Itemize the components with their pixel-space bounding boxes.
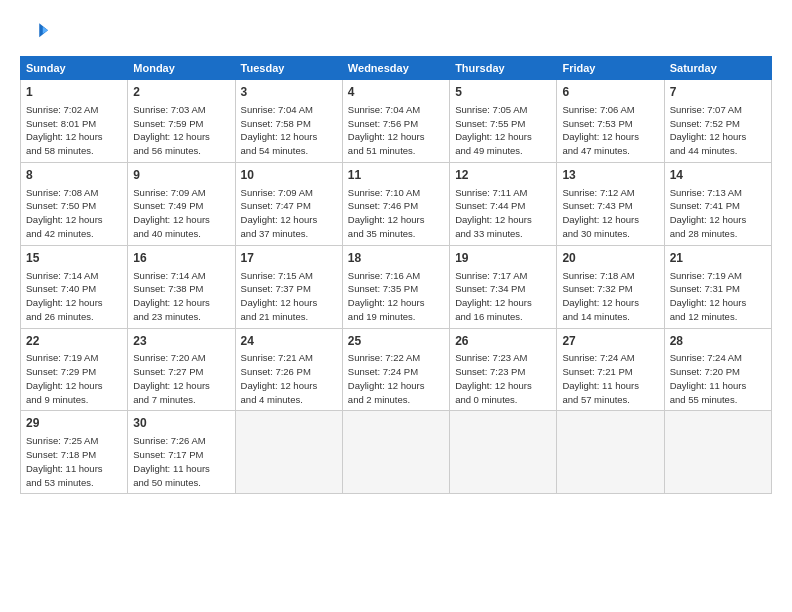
day-info: Sunrise: 7:12 AM Sunset: 7:43 PM Dayligh… [562, 186, 658, 241]
day-cell: 7Sunrise: 7:07 AM Sunset: 7:52 PM Daylig… [664, 80, 771, 163]
day-cell: 27Sunrise: 7:24 AM Sunset: 7:21 PM Dayli… [557, 328, 664, 411]
day-cell [557, 411, 664, 494]
day-number: 10 [241, 167, 337, 184]
day-info: Sunrise: 7:09 AM Sunset: 7:47 PM Dayligh… [241, 186, 337, 241]
day-info: Sunrise: 7:02 AM Sunset: 8:01 PM Dayligh… [26, 103, 122, 158]
day-number: 27 [562, 333, 658, 350]
logo-icon [20, 18, 48, 46]
day-cell: 4Sunrise: 7:04 AM Sunset: 7:56 PM Daylig… [342, 80, 449, 163]
day-cell: 11Sunrise: 7:10 AM Sunset: 7:46 PM Dayli… [342, 162, 449, 245]
day-number: 23 [133, 333, 229, 350]
day-info: Sunrise: 7:16 AM Sunset: 7:35 PM Dayligh… [348, 269, 444, 324]
day-info: Sunrise: 7:19 AM Sunset: 7:29 PM Dayligh… [26, 351, 122, 406]
day-cell: 15Sunrise: 7:14 AM Sunset: 7:40 PM Dayli… [21, 245, 128, 328]
col-header-tuesday: Tuesday [235, 57, 342, 80]
day-info: Sunrise: 7:22 AM Sunset: 7:24 PM Dayligh… [348, 351, 444, 406]
day-info: Sunrise: 7:05 AM Sunset: 7:55 PM Dayligh… [455, 103, 551, 158]
day-cell: 26Sunrise: 7:23 AM Sunset: 7:23 PM Dayli… [450, 328, 557, 411]
day-number: 29 [26, 415, 122, 432]
day-info: Sunrise: 7:21 AM Sunset: 7:26 PM Dayligh… [241, 351, 337, 406]
day-cell: 25Sunrise: 7:22 AM Sunset: 7:24 PM Dayli… [342, 328, 449, 411]
day-number: 8 [26, 167, 122, 184]
col-header-wednesday: Wednesday [342, 57, 449, 80]
col-header-saturday: Saturday [664, 57, 771, 80]
day-info: Sunrise: 7:19 AM Sunset: 7:31 PM Dayligh… [670, 269, 766, 324]
week-row-4: 22Sunrise: 7:19 AM Sunset: 7:29 PM Dayli… [21, 328, 772, 411]
day-cell: 5Sunrise: 7:05 AM Sunset: 7:55 PM Daylig… [450, 80, 557, 163]
day-cell: 29Sunrise: 7:25 AM Sunset: 7:18 PM Dayli… [21, 411, 128, 494]
day-cell [342, 411, 449, 494]
day-info: Sunrise: 7:08 AM Sunset: 7:50 PM Dayligh… [26, 186, 122, 241]
day-cell: 21Sunrise: 7:19 AM Sunset: 7:31 PM Dayli… [664, 245, 771, 328]
day-cell: 8Sunrise: 7:08 AM Sunset: 7:50 PM Daylig… [21, 162, 128, 245]
day-cell: 1Sunrise: 7:02 AM Sunset: 8:01 PM Daylig… [21, 80, 128, 163]
week-row-2: 8Sunrise: 7:08 AM Sunset: 7:50 PM Daylig… [21, 162, 772, 245]
day-number: 2 [133, 84, 229, 101]
day-info: Sunrise: 7:14 AM Sunset: 7:38 PM Dayligh… [133, 269, 229, 324]
day-cell: 18Sunrise: 7:16 AM Sunset: 7:35 PM Dayli… [342, 245, 449, 328]
day-cell: 9Sunrise: 7:09 AM Sunset: 7:49 PM Daylig… [128, 162, 235, 245]
day-cell: 2Sunrise: 7:03 AM Sunset: 7:59 PM Daylig… [128, 80, 235, 163]
day-cell: 17Sunrise: 7:15 AM Sunset: 7:37 PM Dayli… [235, 245, 342, 328]
day-info: Sunrise: 7:26 AM Sunset: 7:17 PM Dayligh… [133, 434, 229, 489]
day-number: 19 [455, 250, 551, 267]
day-number: 30 [133, 415, 229, 432]
day-info: Sunrise: 7:04 AM Sunset: 7:56 PM Dayligh… [348, 103, 444, 158]
col-header-sunday: Sunday [21, 57, 128, 80]
day-cell: 13Sunrise: 7:12 AM Sunset: 7:43 PM Dayli… [557, 162, 664, 245]
day-info: Sunrise: 7:11 AM Sunset: 7:44 PM Dayligh… [455, 186, 551, 241]
week-row-1: 1Sunrise: 7:02 AM Sunset: 8:01 PM Daylig… [21, 80, 772, 163]
col-header-thursday: Thursday [450, 57, 557, 80]
day-number: 13 [562, 167, 658, 184]
day-cell: 22Sunrise: 7:19 AM Sunset: 7:29 PM Dayli… [21, 328, 128, 411]
day-info: Sunrise: 7:07 AM Sunset: 7:52 PM Dayligh… [670, 103, 766, 158]
day-number: 14 [670, 167, 766, 184]
day-info: Sunrise: 7:10 AM Sunset: 7:46 PM Dayligh… [348, 186, 444, 241]
day-cell: 30Sunrise: 7:26 AM Sunset: 7:17 PM Dayli… [128, 411, 235, 494]
day-cell: 16Sunrise: 7:14 AM Sunset: 7:38 PM Dayli… [128, 245, 235, 328]
header-area [20, 18, 772, 46]
logo [20, 18, 54, 46]
day-cell [450, 411, 557, 494]
day-info: Sunrise: 7:03 AM Sunset: 7:59 PM Dayligh… [133, 103, 229, 158]
day-cell: 6Sunrise: 7:06 AM Sunset: 7:53 PM Daylig… [557, 80, 664, 163]
col-header-friday: Friday [557, 57, 664, 80]
day-number: 26 [455, 333, 551, 350]
day-number: 20 [562, 250, 658, 267]
day-number: 1 [26, 84, 122, 101]
day-number: 11 [348, 167, 444, 184]
col-header-monday: Monday [128, 57, 235, 80]
day-number: 5 [455, 84, 551, 101]
day-info: Sunrise: 7:24 AM Sunset: 7:20 PM Dayligh… [670, 351, 766, 406]
day-cell: 14Sunrise: 7:13 AM Sunset: 7:41 PM Dayli… [664, 162, 771, 245]
day-number: 4 [348, 84, 444, 101]
day-number: 28 [670, 333, 766, 350]
day-info: Sunrise: 7:04 AM Sunset: 7:58 PM Dayligh… [241, 103, 337, 158]
day-info: Sunrise: 7:17 AM Sunset: 7:34 PM Dayligh… [455, 269, 551, 324]
day-info: Sunrise: 7:14 AM Sunset: 7:40 PM Dayligh… [26, 269, 122, 324]
day-number: 6 [562, 84, 658, 101]
day-cell: 24Sunrise: 7:21 AM Sunset: 7:26 PM Dayli… [235, 328, 342, 411]
day-number: 21 [670, 250, 766, 267]
day-info: Sunrise: 7:15 AM Sunset: 7:37 PM Dayligh… [241, 269, 337, 324]
day-info: Sunrise: 7:25 AM Sunset: 7:18 PM Dayligh… [26, 434, 122, 489]
day-number: 25 [348, 333, 444, 350]
day-info: Sunrise: 7:09 AM Sunset: 7:49 PM Dayligh… [133, 186, 229, 241]
day-number: 12 [455, 167, 551, 184]
day-cell [664, 411, 771, 494]
day-number: 15 [26, 250, 122, 267]
day-info: Sunrise: 7:24 AM Sunset: 7:21 PM Dayligh… [562, 351, 658, 406]
day-number: 16 [133, 250, 229, 267]
day-info: Sunrise: 7:23 AM Sunset: 7:23 PM Dayligh… [455, 351, 551, 406]
day-number: 9 [133, 167, 229, 184]
day-cell: 12Sunrise: 7:11 AM Sunset: 7:44 PM Dayli… [450, 162, 557, 245]
day-number: 17 [241, 250, 337, 267]
day-cell: 3Sunrise: 7:04 AM Sunset: 7:58 PM Daylig… [235, 80, 342, 163]
day-info: Sunrise: 7:06 AM Sunset: 7:53 PM Dayligh… [562, 103, 658, 158]
day-number: 24 [241, 333, 337, 350]
day-cell [235, 411, 342, 494]
day-number: 3 [241, 84, 337, 101]
week-row-5: 29Sunrise: 7:25 AM Sunset: 7:18 PM Dayli… [21, 411, 772, 494]
calendar-table: SundayMondayTuesdayWednesdayThursdayFrid… [20, 56, 772, 494]
day-cell: 10Sunrise: 7:09 AM Sunset: 7:47 PM Dayli… [235, 162, 342, 245]
